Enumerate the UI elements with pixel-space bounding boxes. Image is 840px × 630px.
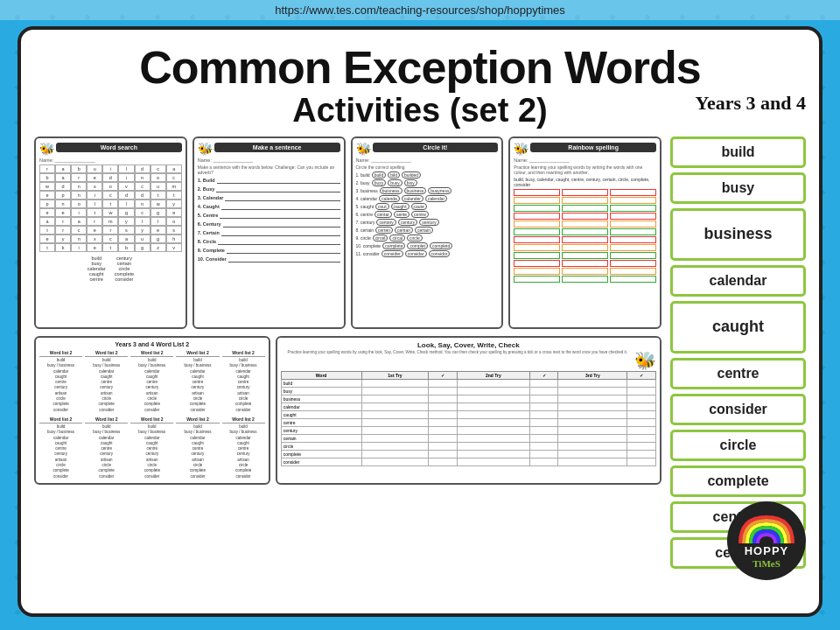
hoppy-times: TiMeS xyxy=(752,558,780,569)
lscwc-header-check2: ✓ xyxy=(529,371,558,379)
word-search-card: 🐝 Word search Name: _______________ rabu… xyxy=(34,136,187,329)
years-label: Years 3 and 4 xyxy=(695,93,806,114)
word-list-card: Years 3 and 4 Word List 2 Word list 2 bu… xyxy=(34,336,270,485)
table-row: caught xyxy=(281,410,655,418)
table-row: complete xyxy=(281,450,655,458)
rainbow-spelling-card: 🐝 Rainbow spelling Name: _______________… xyxy=(508,136,662,329)
lscwc-header-check1: ✓ xyxy=(429,371,458,379)
ws-word-list: buildbusycalendarcaughtcentre centurycer… xyxy=(39,256,182,282)
ci-row-1: 1. build build bild builded xyxy=(356,172,499,178)
table-row: consider xyxy=(281,458,655,466)
table-row: century xyxy=(281,426,655,434)
sentence-10: 10. Consider xyxy=(198,256,340,262)
table-row: calendar xyxy=(281,402,655,410)
sentence-6: 6. Century xyxy=(198,220,340,228)
subtitle: Activities (set 2) xyxy=(292,93,547,130)
ci-row-6: 6. centre centar sente centre xyxy=(356,211,499,218)
ci-row-4: 4. calendar calenda calander calendar xyxy=(356,195,499,202)
word-card-business: business xyxy=(670,208,806,261)
sentence-5: 5. Centre xyxy=(198,212,340,219)
ws-title: Word search xyxy=(56,143,182,152)
name-line-rb: Name: _______________ xyxy=(514,158,656,163)
ci-row-2: 2. busy buzy busy bisy xyxy=(356,179,499,186)
sentence-9: 9. Complete xyxy=(198,247,340,254)
lscwc-desc: Practice learning your spelling words by… xyxy=(281,350,656,354)
word-grid: rabuildca baredinoc wdnsovcum epnicddtt … xyxy=(39,164,182,252)
word-card-build: build xyxy=(670,136,806,168)
word-card-consider: consider xyxy=(670,394,806,425)
word-card-centre: centre xyxy=(670,358,806,389)
main-title: Common Exception Words xyxy=(34,43,806,93)
sentence-2: 2. Busy xyxy=(198,186,340,192)
table-row: build xyxy=(281,379,655,387)
bee-icon-ci: 🐝 xyxy=(356,142,371,156)
table-row: centre xyxy=(281,418,655,426)
bee-icon-rb: 🐝 xyxy=(514,142,528,156)
name-line-ci: Name: _______________ xyxy=(356,158,499,163)
sentence-7: 7. Certain xyxy=(198,229,340,236)
url-bar: https://www.tes.com/teaching-resources/s… xyxy=(0,0,840,20)
sentence-1: 1. Build xyxy=(198,177,340,184)
lscwc-header-check3: ✓ xyxy=(627,371,656,379)
word-card-calendar: calendar xyxy=(670,265,806,297)
lscwc-card: Look, Say, Cover, Write, Check 🐝 Practic… xyxy=(276,336,662,485)
rb-title: Rainbow spelling xyxy=(530,143,656,152)
ci-row-7: 7. century centery century sentury xyxy=(356,219,499,226)
ci-row-5: 5. caught cout caught caute xyxy=(356,203,499,210)
make-sentence-card: 🐝 Make a sentence Name: _______________ … xyxy=(192,136,346,329)
word-card-circle: circle xyxy=(670,430,806,461)
bee-icon-ws: 🐝 xyxy=(39,142,54,156)
bee-icon-ms: 🐝 xyxy=(198,142,213,156)
hoppy-badge: HOPPY TiMeS xyxy=(727,501,806,580)
lscwc-header-3rd: 3rd Try xyxy=(558,371,627,379)
word-card-complete: complete xyxy=(670,466,806,497)
circle-it-card: 🐝 Circle it! Name: _______________ Circl… xyxy=(351,136,504,329)
ci-row-8: 8. certain certen certian certain xyxy=(356,227,499,234)
word-card-caught: caught xyxy=(670,301,806,354)
sentence-8: 8. Circle xyxy=(198,238,340,245)
name-line-ms: Name: _______________ xyxy=(198,158,340,163)
ci-row-9: 9. circle circel circal circle xyxy=(356,234,499,242)
sentence-3: 3. Calendar xyxy=(198,194,340,201)
lscwc-bee: 🐝 xyxy=(634,350,656,371)
lscwc-header-2nd: 2nd Try xyxy=(457,371,529,379)
title-area: Common Exception Words Activities (set 2… xyxy=(34,43,806,130)
ci-row-11: 11. consider consider considar considor xyxy=(356,250,499,257)
table-row: certain xyxy=(281,434,655,442)
name-line-ws: Name: _______________ xyxy=(39,158,182,163)
word-card-busy: busy xyxy=(670,172,806,204)
lscwc-header-1st: 1st Try xyxy=(361,371,429,379)
ci-row-3: 3. business buisness business busyness xyxy=(356,187,499,194)
sentence-4: 4. Caught xyxy=(198,203,340,210)
lscwc-title: Look, Say, Cover, Write, Check xyxy=(281,341,656,349)
ms-title: Make a sentence xyxy=(214,143,340,152)
lscwc-header-word: Word xyxy=(281,371,361,379)
ci-title: Circle it! xyxy=(373,143,499,152)
wl-title: Years 3 and 4 Word List 2 xyxy=(39,341,265,347)
table-row: business xyxy=(281,395,655,402)
lscwc-table: Word 1st Try ✓ 2nd Try ✓ 3rd Try ✓ build xyxy=(281,371,656,466)
right-word-cards: build busy business calendar caught cent… xyxy=(670,136,806,580)
table-row: busy xyxy=(281,387,655,395)
main-card: Common Exception Words Activities (set 2… xyxy=(18,26,822,617)
hoppy-name: HOPPY xyxy=(745,545,789,557)
table-row: circle xyxy=(281,442,655,450)
ci-row-10: 10. complete complete complet completd xyxy=(356,242,499,249)
